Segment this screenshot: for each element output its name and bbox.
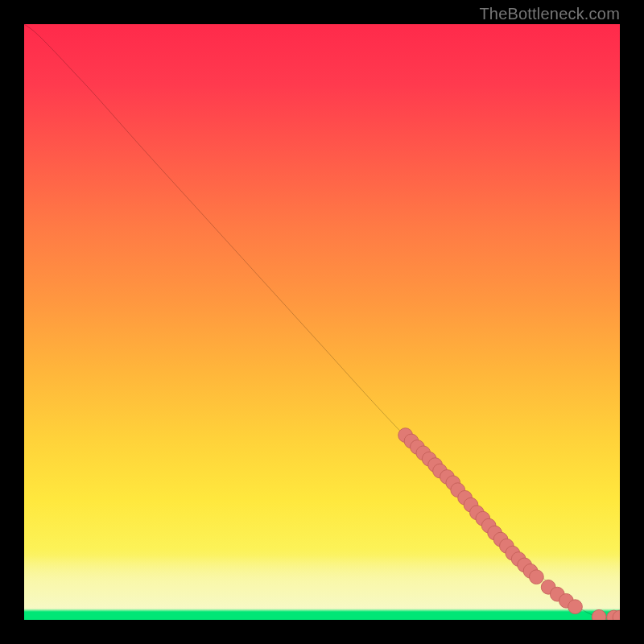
curve-markers <box>398 428 620 620</box>
curve-marker <box>530 570 544 584</box>
curve-marker <box>568 600 583 614</box>
curve-line <box>24 24 620 618</box>
curve-marker <box>592 609 606 620</box>
chart-stage: TheBottleneck.com <box>0 0 644 644</box>
attribution-label: TheBottleneck.com <box>479 5 620 23</box>
plot-area <box>24 24 620 620</box>
chart-overlay-svg <box>24 24 620 620</box>
